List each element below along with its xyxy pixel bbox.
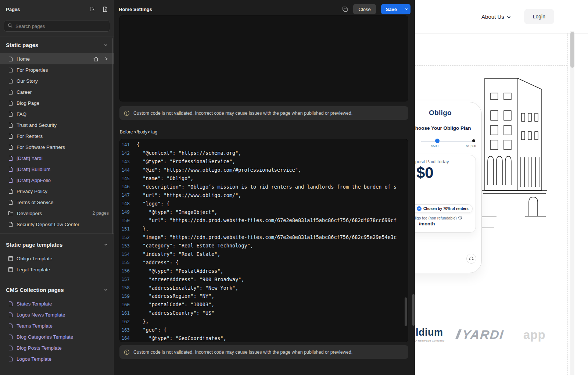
section-header-static-pages[interactable]: Static pages — [0, 36, 114, 53]
line-text: "addressLocality": "New York", — [130, 285, 238, 291]
sidebar-item-legal-template[interactable]: Legal Template — [0, 264, 114, 275]
sidebar-item-logos-news-template[interactable]: Logos News Template — [0, 309, 114, 320]
sidebar-item-draft-yardi[interactable]: [Draft] Yardi — [0, 153, 114, 164]
sidebar-item-developers[interactable]: Developers2 pages — [0, 208, 114, 219]
about-us-menu[interactable]: About Us — [481, 14, 511, 20]
search-pages-box[interactable] — [4, 21, 110, 32]
sidebar-item-for-software-partners[interactable]: For Software Partners — [0, 142, 114, 153]
sidebar-item-blog-page[interactable]: Blog Page — [0, 97, 114, 108]
custom-code-warning: Custom code is not validated. Incorrect … — [119, 345, 408, 359]
section-header-static-page-templates[interactable]: Static page templates — [0, 236, 114, 253]
sidebar-item-blog-posts-template[interactable]: Blog Posts Template — [0, 342, 114, 353]
custom-code-warning: Custom code is not validated. Incorrect … — [119, 106, 408, 120]
line-number: 157 — [120, 276, 130, 282]
code-line: 162 }, — [120, 317, 408, 326]
line-number: 146 — [120, 184, 130, 189]
page-icon — [8, 100, 13, 106]
line-number: 148 — [120, 201, 130, 206]
page-icon — [8, 301, 13, 307]
warning-text: Custom code is not validated. Incorrect … — [133, 350, 352, 355]
chevron-down-icon — [104, 43, 108, 47]
line-number: 162 — [120, 319, 130, 324]
sidebar-item-career[interactable]: Career — [0, 86, 114, 97]
headset-icon — [469, 256, 474, 262]
search-pages-input[interactable] — [15, 24, 106, 29]
plan-slider-track[interactable] — [421, 141, 475, 142]
search-icon — [8, 23, 12, 29]
page-label: Developers — [17, 211, 42, 216]
sidebar-item-home[interactable]: Home — [0, 53, 114, 64]
sidebar-item-logos-template[interactable]: Logos Template — [0, 353, 114, 364]
sidebar-item-teams-template[interactable]: Teams Template — [0, 320, 114, 331]
sidebar-item-for-properties[interactable]: For Properties — [0, 64, 114, 75]
yardi-logo: YARDI — [455, 328, 504, 342]
obligo-logo: Obligo — [429, 109, 452, 117]
code-line: 154 "industry": "Real Estate", — [120, 250, 408, 258]
page-label: States Template — [17, 301, 52, 307]
code-line: 159 "addressRegion": "NY", — [120, 292, 408, 300]
about-us-label: About Us — [481, 14, 504, 20]
sidebar-item-our-story[interactable]: Our Story — [0, 75, 114, 86]
line-number: 155 — [120, 260, 130, 265]
section-title: Static pages — [6, 42, 38, 48]
page-icon — [8, 122, 13, 128]
fee-line: Obligo fee (non refundable) — [415, 216, 462, 220]
chevron-right-icon[interactable] — [104, 56, 109, 61]
sidebar-item-blog-categories-template[interactable]: Blog Categories Template — [0, 331, 114, 342]
sidebar-item-for-renters[interactable]: For Renters — [0, 131, 114, 142]
line-number: 145 — [120, 176, 130, 181]
line-number: 143 — [120, 159, 130, 164]
head-code-editor[interactable] — [119, 15, 408, 101]
sidebar-item-draft-appfolio[interactable]: [Draft] AppFolio — [0, 175, 114, 186]
warning-icon — [124, 110, 130, 116]
sidebar-item-terms-of-service[interactable]: Terms of Service — [0, 197, 114, 208]
save-dropdown-button[interactable] — [402, 4, 410, 14]
page-icon — [8, 167, 13, 172]
close-button[interactable]: Close — [353, 4, 376, 14]
sidebar-item-draft-buildium[interactable]: [Draft] Buildium — [0, 164, 114, 175]
slider-max-label: $1,500 — [466, 144, 476, 148]
editor-scrollbar[interactable] — [405, 297, 407, 326]
deposit-amount: $0 — [416, 165, 434, 181]
body-code-editor[interactable]: 141{142 "@context": "https://schema.org"… — [119, 139, 408, 342]
sidebar-scrollbar[interactable] — [112, 38, 113, 234]
login-button[interactable]: Login — [524, 9, 554, 24]
code-line: 155 "address": { — [120, 258, 408, 267]
line-number: 156 — [120, 268, 130, 274]
page-scrollbar-thumb[interactable] — [570, 32, 574, 68]
new-page-icon[interactable] — [103, 6, 108, 12]
new-folder-icon[interactable] — [90, 6, 96, 12]
code-line: 158 "addressLocality": "New York", — [120, 283, 408, 292]
code-line: 147 "url": "https://www.obligo.com/", — [120, 191, 408, 199]
sidebar-item-security-deposit-law-center[interactable]: Security Deposit Law Center — [0, 219, 114, 230]
home-icon[interactable] — [93, 56, 99, 62]
plan-slider-handle[interactable] — [435, 139, 440, 143]
badge-check-icon — [417, 206, 422, 211]
section-divider — [0, 233, 114, 234]
code-line: 156 "@type": "PostalAddress", — [120, 267, 408, 275]
section-title: Static page templates — [6, 242, 62, 248]
sidebar-item-obligo-template[interactable]: Obligo Template — [0, 253, 114, 264]
sidebar-item-trust-and-security[interactable]: Trust and Security — [0, 119, 114, 131]
sidebar-item-states-template[interactable]: States Template — [0, 298, 114, 309]
building-illustration — [474, 73, 555, 235]
page-label: Home — [17, 56, 30, 62]
info-icon[interactable] — [458, 216, 462, 220]
section-header-cms-collection-pages[interactable]: CMS Collection pages — [0, 281, 114, 298]
page-label: Blog Categories Template — [17, 334, 73, 340]
line-number: 159 — [120, 293, 130, 299]
page-label: Obligo Template — [17, 256, 52, 261]
code-line: 143 "@type": "ProfessionalService", — [120, 157, 408, 166]
save-button[interactable]: Save — [381, 4, 402, 14]
page-scrollbar-track[interactable] — [570, 31, 574, 375]
page-label: [Draft] Buildium — [17, 167, 50, 172]
before-body-tag-label: Before </body> tag — [120, 129, 157, 135]
sidebar-item-faq[interactable]: FAQ — [0, 108, 114, 119]
support-button[interactable] — [466, 254, 476, 264]
page-icon — [8, 111, 13, 117]
code-line: 157 "streetAddress": "900 Broadway", — [120, 275, 408, 283]
sidebar-item-privacy-policy[interactable]: Privacy Policy — [0, 186, 114, 197]
panel-scrollbar[interactable] — [412, 294, 415, 326]
copy-icon[interactable] — [342, 6, 348, 12]
save-button-group: Save — [381, 4, 410, 14]
